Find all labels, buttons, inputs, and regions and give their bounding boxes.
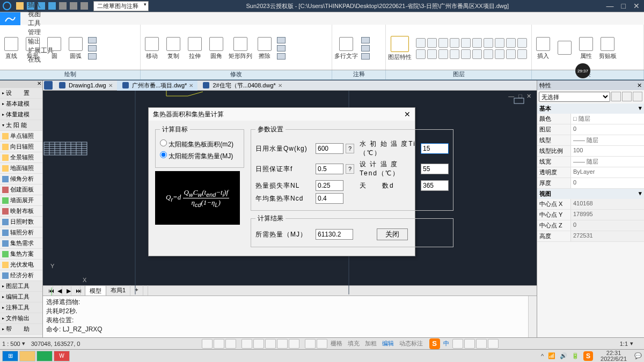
- ime-opt2-icon[interactable]: [464, 339, 475, 349]
- prop-btn2-icon[interactable]: [622, 92, 632, 101]
- ime-opt4-icon[interactable]: [488, 339, 499, 349]
- side-item[interactable]: ▸编辑工具: [0, 292, 42, 302]
- radio-area[interactable]: 太阳能集热板面积(m2): [160, 139, 239, 149]
- prop-row[interactable]: 透明度ByLayer: [537, 167, 644, 178]
- layer-icons-grid[interactable]: [416, 38, 527, 59]
- prop-row[interactable]: 线型—— 随层: [537, 135, 644, 146]
- p3-input[interactable]: [316, 164, 343, 174]
- selection-dropdown[interactable]: 无选择: [539, 92, 610, 102]
- side-item[interactable]: ▸文件输出: [0, 313, 42, 324]
- polar-mode-icon[interactable]: [241, 339, 252, 349]
- radio-heat[interactable]: 太阳能所需集热量(MJ): [160, 151, 239, 161]
- prop-row[interactable]: 厚度0: [537, 178, 644, 189]
- tool-插入[interactable]: 插入: [534, 37, 552, 60]
- prop-row[interactable]: 线型比例100: [537, 146, 644, 157]
- side-item[interactable]: 单点辐照: [0, 131, 42, 142]
- side-item[interactable]: ▸帮 助: [0, 324, 42, 335]
- side-item[interactable]: 日照时数: [0, 217, 42, 227]
- workspace-dropdown[interactable]: 二维草图与注释: [93, 1, 149, 11]
- tool-多行文字[interactable]: 多行文字: [334, 37, 358, 60]
- ime-icon[interactable]: S: [429, 338, 440, 349]
- tray-notif-icon[interactable]: 💬: [634, 352, 642, 359]
- side-item[interactable]: 经济分析: [0, 270, 42, 281]
- p7-input[interactable]: [316, 193, 343, 204]
- p3-help-icon[interactable]: ?: [346, 164, 354, 174]
- toggle-edit[interactable]: 编辑: [380, 339, 396, 348]
- ortho-mode-icon[interactable]: [225, 339, 236, 349]
- side-item[interactable]: ▸图层工具: [0, 281, 42, 292]
- prop-row[interactable]: 线宽—— 随层: [537, 157, 644, 167]
- start-button[interactable]: ⊞: [2, 351, 18, 361]
- tray-vol-icon[interactable]: 🔊: [560, 352, 567, 359]
- tool-属性[interactable]: 属性: [577, 37, 595, 60]
- tool-矩形阵列[interactable]: 矩形阵列: [229, 37, 252, 60]
- side-item[interactable]: 墙面展开: [0, 195, 42, 206]
- tool-直线[interactable]: 直线: [2, 37, 20, 60]
- prop-row[interactable]: 高度272531: [537, 231, 644, 242]
- side-item[interactable]: ▸体量建模: [0, 109, 42, 120]
- tool-复制[interactable]: 复制: [164, 37, 182, 60]
- lwt-mode-icon[interactable]: [277, 339, 288, 349]
- grid-mode-icon[interactable]: [202, 339, 213, 349]
- osnap-mode-icon[interactable]: [253, 339, 264, 349]
- prop-row[interactable]: 中心点 Z0: [537, 220, 644, 231]
- doc-tab[interactable]: Drawing1.dwg✕: [54, 80, 117, 91]
- side-item[interactable]: 集热方案: [0, 249, 42, 260]
- side-item[interactable]: ▸基本建模: [0, 99, 42, 109]
- menu-tab-4[interactable]: 视图: [20, 10, 61, 19]
- maximize-button[interactable]: □: [621, 2, 626, 10]
- sb-icon-b[interactable]: [317, 339, 327, 349]
- tool-移动[interactable]: 移动: [143, 37, 161, 60]
- layer-properties-button[interactable]: 图层特性: [388, 36, 412, 61]
- right-scale[interactable]: 1:1: [620, 341, 628, 347]
- side-item[interactable]: 向日辐照: [0, 142, 42, 152]
- side-item[interactable]: 全景辐照: [0, 152, 42, 163]
- close-dialog-button[interactable]: 关闭: [377, 228, 408, 240]
- otrack-mode-icon[interactable]: [265, 339, 276, 349]
- tray-clock[interactable]: 22:312022/6/21: [601, 350, 627, 362]
- tray-ime-icon[interactable]: S: [583, 351, 593, 361]
- cmd-scrollbar[interactable]: [528, 296, 537, 337]
- close-button[interactable]: ✕: [633, 2, 640, 10]
- side-item[interactable]: ▸设 置: [0, 88, 42, 99]
- doc-tab[interactable]: 2#住宅（节...0408.dwg*✕: [197, 80, 286, 91]
- app-menu-button[interactable]: [0, 12, 20, 25]
- toggle-grid[interactable]: 栅格: [328, 339, 345, 348]
- p1-input[interactable]: [316, 143, 343, 154]
- dialog-close-icon[interactable]: ✕: [404, 110, 411, 119]
- command-line[interactable]: 选择遮挡物:共耗时2秒.表格位置:命令: LJ_RZ_JRXQ: [43, 295, 537, 337]
- tray-bat-icon[interactable]: 🔋: [572, 352, 579, 359]
- p6-input[interactable]: [421, 180, 449, 191]
- tray-up-icon[interactable]: ^: [541, 353, 544, 359]
- explorer-icon[interactable]: [19, 351, 35, 361]
- app2-icon[interactable]: W: [54, 351, 70, 361]
- minimize-button[interactable]: —: [606, 2, 614, 10]
- menu-tab-3[interactable]: 插入: [20, 1, 61, 10]
- toggle-bold[interactable]: 加粗: [363, 339, 379, 348]
- prop-btn3-icon[interactable]: [633, 92, 642, 101]
- prop-row[interactable]: 中心点 Y178995: [537, 210, 644, 220]
- ime-opt3-icon[interactable]: [476, 339, 487, 349]
- p2-input[interactable]: [421, 143, 449, 154]
- side-item[interactable]: 创建面板: [0, 184, 42, 195]
- side-item[interactable]: 辐照分析: [0, 227, 42, 238]
- tool-拉伸[interactable]: 拉伸: [186, 37, 204, 60]
- side-item[interactable]: ▾太 阳 能: [0, 120, 42, 131]
- p5-input[interactable]: [316, 180, 343, 191]
- tool-圆弧[interactable]: 圆弧: [67, 37, 85, 60]
- tray-net-icon[interactable]: 📶: [548, 352, 555, 359]
- side-item[interactable]: 地面辐照: [0, 163, 42, 174]
- doc-tab[interactable]: 广州市番...项目.dwg*✕: [117, 80, 198, 91]
- prop-row[interactable]: 颜色□ 随层: [537, 114, 644, 124]
- ime-opt1-icon[interactable]: [452, 339, 463, 349]
- tool-圆角[interactable]: 圆角: [207, 37, 225, 60]
- prop-close-icon[interactable]: ✕: [637, 82, 642, 89]
- prop-row[interactable]: 中心点 X410168: [537, 199, 644, 210]
- sb-icon-a[interactable]: [305, 339, 316, 349]
- snap-mode-icon[interactable]: [214, 339, 224, 349]
- tool-擦除[interactable]: 擦除: [255, 37, 274, 60]
- tool-剪贴板[interactable]: 剪贴板: [598, 37, 617, 60]
- app1-icon[interactable]: [36, 351, 53, 361]
- dyn-mode-icon[interactable]: [289, 339, 299, 349]
- tool-[interactable]: [555, 41, 574, 56]
